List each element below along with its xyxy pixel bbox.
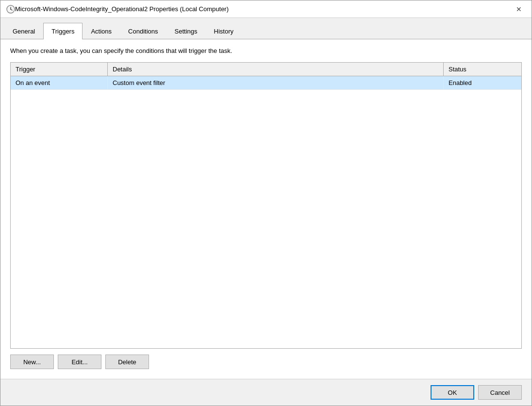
cancel-button[interactable]: Cancel xyxy=(478,385,522,400)
col-trigger: Trigger xyxy=(11,63,108,76)
col-details: Details xyxy=(108,63,444,76)
cell-status: Enabled xyxy=(444,76,521,89)
tabs-bar: General Triggers Actions Conditions Sett… xyxy=(0,18,532,39)
content-area: When you create a task, you can specify … xyxy=(0,39,532,379)
main-window: Microsoft-Windows-CodeIntegrity_Operatio… xyxy=(0,0,532,406)
ok-button[interactable]: OK xyxy=(431,385,474,400)
table-row[interactable]: On an event Custom event filter Enabled xyxy=(11,76,521,90)
footer: OK Cancel xyxy=(0,379,532,406)
window-title: Microsoft-Windows-CodeIntegrity_Operatio… xyxy=(15,5,512,13)
tab-general[interactable]: General xyxy=(4,23,43,39)
tab-conditions[interactable]: Conditions xyxy=(120,23,166,39)
table-body: On an event Custom event filter Enabled xyxy=(11,76,521,348)
cell-details: Custom event filter xyxy=(108,76,444,89)
cell-trigger: On an event xyxy=(11,76,108,89)
triggers-table: Trigger Details Status On an event Custo… xyxy=(10,62,522,349)
description-text: When you create a task, you can specify … xyxy=(10,47,522,54)
new-button[interactable]: New... xyxy=(10,355,54,369)
table-header: Trigger Details Status xyxy=(11,63,521,76)
col-status: Status xyxy=(444,63,521,76)
tab-settings[interactable]: Settings xyxy=(166,23,206,39)
tab-history[interactable]: History xyxy=(206,23,242,39)
delete-button[interactable]: Delete xyxy=(105,355,149,369)
app-icon xyxy=(6,5,15,14)
tab-actions[interactable]: Actions xyxy=(83,23,120,39)
title-bar: Microsoft-Windows-CodeIntegrity_Operatio… xyxy=(0,0,532,18)
svg-point-3 xyxy=(10,9,11,10)
tab-triggers[interactable]: Triggers xyxy=(43,23,83,39)
edit-button[interactable]: Edit... xyxy=(58,355,101,369)
close-button[interactable]: ✕ xyxy=(512,2,526,16)
action-buttons: New... Edit... Delete xyxy=(10,349,522,371)
